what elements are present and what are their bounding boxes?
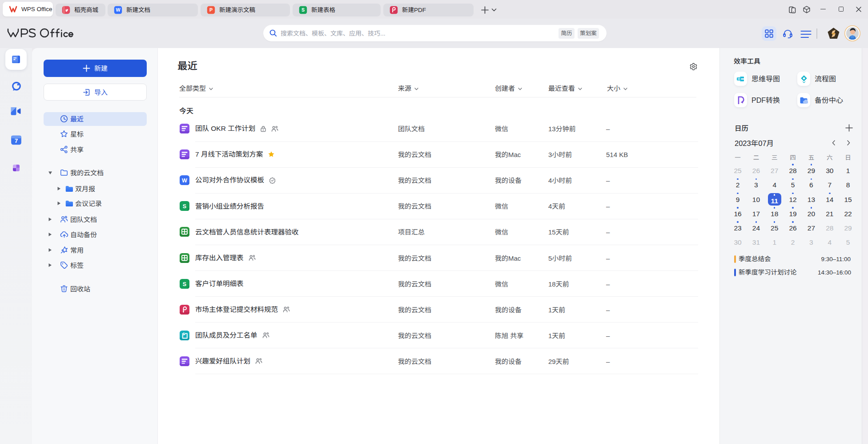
svg-text:P: P (209, 7, 213, 12)
svg-text:S: S (183, 203, 186, 210)
svg-text:W: W (116, 7, 121, 12)
svg-text:7: 7 (15, 137, 18, 144)
svg-text:S: S (301, 7, 305, 12)
svg-text:S: S (183, 281, 186, 287)
svg-text:W: W (182, 178, 187, 184)
